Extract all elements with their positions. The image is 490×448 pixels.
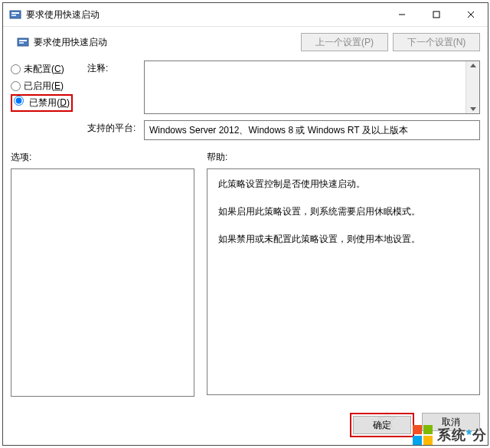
svg-rect-8 [19, 40, 27, 41]
svg-rect-2 [11, 15, 16, 16]
help-text-2: 如果启用此策略设置，则系统需要启用休眠模式。 [218, 204, 469, 218]
gpo-icon [17, 36, 29, 48]
help-text-1: 此策略设置控制是否使用快速启动。 [218, 177, 469, 191]
scroll-up-icon [470, 64, 476, 67]
radio-disabled-input[interactable] [14, 96, 24, 106]
radio-not-configured-label: 未配置(C) [24, 63, 64, 76]
next-setting-button[interactable]: 下一个设置(N) [393, 33, 480, 51]
radio-not-configured-input[interactable] [11, 64, 21, 74]
maximize-button[interactable] [419, 3, 453, 26]
gpo-icon [9, 8, 21, 21]
help-column-label: 帮助: [207, 151, 480, 164]
radio-not-configured[interactable]: 未配置(C) [11, 60, 87, 77]
next-setting-label: 下一个设置(N) [407, 36, 466, 49]
scroll-down-icon [470, 107, 476, 111]
platform-label: 支持的平台: [87, 120, 141, 135]
minimize-button[interactable] [384, 3, 419, 26]
cancel-button[interactable]: 取消 [422, 413, 480, 431]
options-panel [11, 168, 194, 397]
radio-enabled[interactable]: 已启用(E) [11, 77, 87, 94]
previous-setting-label: 上一个设置(P) [315, 36, 374, 49]
radio-disabled-label: 已禁用(D) [29, 97, 70, 108]
comment-label: 注释: [87, 60, 141, 75]
options-column-label: 选项: [11, 151, 194, 164]
comment-textarea[interactable] [144, 60, 480, 114]
client-area: 要求使用快速启动 上一个设置(P) 下一个设置(N) 未配置(C) [3, 27, 488, 403]
radio-enabled-input[interactable] [11, 81, 21, 91]
radio-disabled[interactable]: 已禁用(D) [11, 94, 87, 111]
help-panel: 此策略设置控制是否使用快速启动。 如果启用此策略设置，则系统需要启用休眠模式。 … [207, 168, 480, 395]
ok-button[interactable]: 确定 [353, 416, 411, 434]
titlebar: 要求使用快速启动 [3, 3, 488, 27]
close-button[interactable] [453, 3, 488, 26]
ok-button-label: 确定 [373, 419, 391, 432]
cancel-button-label: 取消 [442, 416, 460, 429]
footer: 确定 取消 [3, 413, 488, 437]
policy-title: 要求使用快速启动 [34, 36, 107, 49]
help-text-3: 如果禁用或未配置此策略设置，则使用本地设置。 [218, 232, 469, 246]
ok-button-highlight: 确定 [350, 413, 414, 437]
supported-on-field: Windows Server 2012、Windows 8 或 Windows … [144, 120, 480, 140]
comment-scrollbar[interactable] [466, 61, 479, 113]
svg-rect-9 [19, 42, 24, 44]
svg-rect-1 [11, 12, 19, 14]
previous-setting-button[interactable]: 上一个设置(P) [301, 33, 388, 51]
radio-enabled-label: 已启用(E) [24, 80, 64, 93]
svg-rect-4 [433, 11, 439, 18]
gpedit-policy-dialog: 要求使用快速启动 要求使用快速启动 上一个设置(P) 下一个设置 [2, 2, 488, 446]
supported-on-text: Windows Server 2012、Windows 8 或 Windows … [149, 124, 408, 137]
window-title: 要求使用快速启动 [26, 8, 100, 21]
